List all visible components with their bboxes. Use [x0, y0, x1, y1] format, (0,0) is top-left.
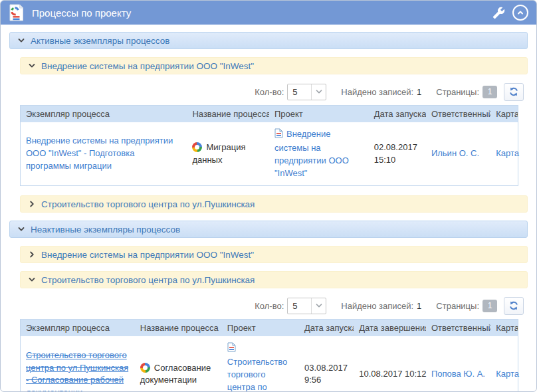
- chevron-down-icon[interactable]: [311, 84, 326, 100]
- collapse-panel-button[interactable]: [512, 5, 528, 21]
- panel-titlebar: Процессы по проекту: [1, 1, 536, 25]
- group-label: Строительство торгового центра по ул.Пуш…: [41, 275, 255, 285]
- count-label: Кол-во:: [255, 87, 284, 97]
- chevron-down-icon[interactable]: [311, 298, 326, 314]
- col-header-end-date[interactable]: Дата завершения: [354, 320, 426, 337]
- project-link[interactable]: Строительство торгового центра по ул.Пуш…: [227, 357, 288, 392]
- pages-label: Страницы:: [436, 301, 479, 311]
- processes-by-project-panel: Процессы по проекту Активные экземпляры …: [0, 0, 537, 392]
- group-label: Неактивные экземпляры процессов: [31, 225, 180, 235]
- col-header-instance[interactable]: Экземпляр процесса: [21, 320, 135, 337]
- map-link[interactable]: Карта: [496, 148, 519, 158]
- process-report-icon: [9, 4, 24, 21]
- refresh-button[interactable]: [504, 83, 524, 101]
- page-1-button[interactable]: 1: [483, 300, 497, 312]
- inactive-instances-table: Экземпляр процесса Название процесса Про…: [20, 319, 518, 392]
- group-label: Активные экземпляры процессов: [31, 36, 169, 46]
- panel-title: Процессы по проекту: [32, 7, 131, 19]
- found-records-label: Найдено записей:: [341, 301, 413, 311]
- col-header-process-name[interactable]: Название процесса: [187, 106, 269, 123]
- table-header-row: Экземпляр процесса Название процесса Про…: [21, 320, 518, 337]
- col-header-responsible[interactable]: Ответственный: [426, 320, 490, 337]
- group-header-inactive-instances[interactable]: Неактивные экземпляры процессов: [9, 221, 528, 238]
- found-records-count: 1: [417, 301, 421, 311]
- refresh-icon: [508, 300, 519, 311]
- start-date: 03.08.2017 9:56: [304, 363, 348, 385]
- project-document-icon: [274, 128, 283, 142]
- col-header-map[interactable]: Карта: [490, 320, 518, 337]
- list-controls: Кол-во: 5 Найдено записей: 1 Страницы: 1: [20, 82, 524, 101]
- group-header-inwest-inactive[interactable]: Внедрение системы на предприятии ООО "In…: [20, 246, 528, 263]
- instance-link[interactable]: Внедрение системы на предприятии ООО "In…: [26, 136, 173, 171]
- page-1-button[interactable]: 1: [483, 86, 497, 98]
- group-header-pushkinskaya-active[interactable]: Строительство торгового центра по ул.Пуш…: [20, 195, 528, 213]
- table-row: Внедрение системы на предприятии ООО "In…: [21, 122, 518, 186]
- chevron-down-icon: [29, 62, 35, 69]
- chevron-down-icon: [18, 226, 25, 233]
- pages-label: Страницы:: [436, 87, 479, 97]
- process-wheel-icon: [192, 142, 202, 152]
- page-size-select[interactable]: 5: [287, 298, 326, 314]
- table-row: Строительство торгового центра по ул.Пуш…: [21, 336, 518, 392]
- col-header-start-date[interactable]: Дата запуска: [369, 106, 426, 123]
- chevron-down-icon: [18, 37, 25, 44]
- found-records-label: Найдено записей:: [341, 87, 413, 97]
- col-header-process-name[interactable]: Название процесса: [135, 320, 222, 337]
- group-header-active-instances[interactable]: Активные экземпляры процессов: [9, 32, 528, 49]
- page-size-select[interactable]: 5: [287, 84, 326, 100]
- responsible-link[interactable]: Ильин О. С.: [431, 148, 479, 158]
- group-label: Строительство торгового центра по ул.Пуш…: [41, 199, 255, 209]
- start-date: 02.08.2017 15:10: [374, 142, 417, 165]
- project-document-icon: [227, 342, 236, 356]
- refresh-button[interactable]: [504, 297, 524, 315]
- process-wheel-icon: [140, 363, 150, 373]
- count-label: Кол-во:: [255, 301, 284, 311]
- col-header-start-date[interactable]: Дата запуска: [299, 320, 354, 337]
- wrench-icon[interactable]: [492, 7, 505, 19]
- panel-content: Активные экземпляры процессов Внедрение …: [1, 25, 536, 392]
- chevron-up-icon: [516, 9, 524, 17]
- process-name: Согласование документации: [140, 363, 211, 385]
- page-size-value: 5: [288, 87, 311, 97]
- chevron-right-icon: [29, 251, 35, 258]
- page-size-value: 5: [288, 301, 311, 311]
- chevron-down-icon: [29, 276, 35, 283]
- table-header-row: Экземпляр процесса Название процесса Про…: [21, 106, 518, 123]
- end-date: 10.08.2017 10:12: [359, 369, 426, 379]
- chevron-right-icon: [29, 201, 35, 207]
- found-records-count: 1: [417, 87, 421, 97]
- col-header-instance[interactable]: Экземпляр процесса: [21, 106, 187, 123]
- responsible-link[interactable]: Попова Ю. А.: [431, 369, 485, 379]
- refresh-icon: [508, 86, 519, 97]
- instance-link-completed[interactable]: Строительство торгового центра по ул.Пуш…: [26, 350, 128, 392]
- group-header-inwest-active[interactable]: Внедрение системы на предприятии ООО "In…: [20, 57, 528, 74]
- group-label: Внедрение системы на предприятии ООО "In…: [41, 250, 254, 260]
- col-header-responsible[interactable]: Ответственный: [426, 106, 490, 123]
- project-link[interactable]: Внедрение системы на предприятии ООО "In…: [274, 129, 349, 178]
- group-label: Внедрение системы на предприятии ООО "In…: [41, 61, 254, 71]
- col-header-project[interactable]: Проект: [222, 320, 299, 337]
- col-header-map[interactable]: Карта: [490, 106, 518, 123]
- list-controls: Кол-во: 5 Найдено записей: 1 Страницы: 1: [20, 296, 524, 315]
- active-instances-table: Экземпляр процесса Название процесса Про…: [20, 105, 518, 186]
- map-link[interactable]: Карта: [496, 369, 519, 379]
- panel-actions: [492, 5, 528, 21]
- col-header-project[interactable]: Проект: [269, 106, 369, 123]
- group-header-pushkinskaya-inactive[interactable]: Строительство торгового центра по ул.Пуш…: [20, 271, 528, 288]
